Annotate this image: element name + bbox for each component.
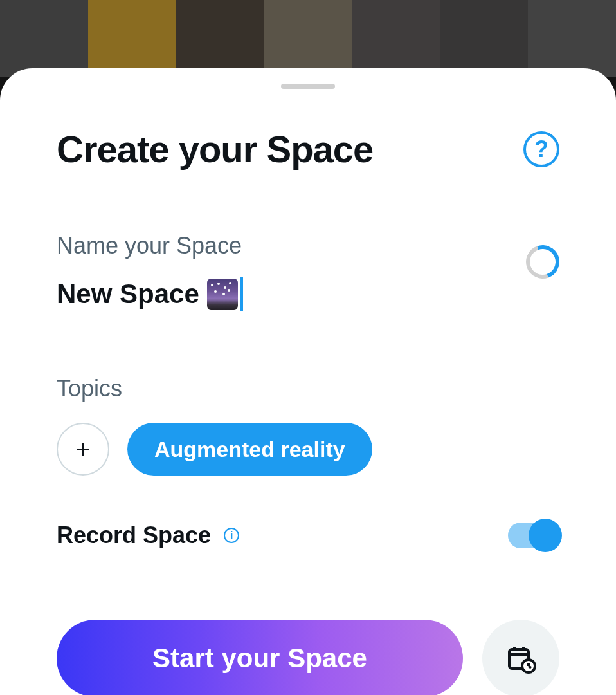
- start-space-button[interactable]: Start your Space: [57, 620, 463, 695]
- topic-chip[interactable]: Augmented reality: [127, 423, 372, 476]
- calendar-clock-icon: [505, 643, 536, 674]
- schedule-button[interactable]: [482, 620, 559, 695]
- record-space-toggle[interactable]: [508, 523, 559, 548]
- text-cursor: [240, 277, 243, 311]
- loading-spinner-icon: [520, 239, 565, 284]
- space-name-value: New Space: [57, 279, 199, 310]
- name-label: Name your Space: [57, 232, 526, 259]
- info-icon[interactable]: i: [224, 528, 239, 543]
- record-space-label: Record Space: [57, 522, 211, 549]
- space-name-input[interactable]: New Space: [57, 277, 526, 311]
- create-space-sheet: Create your Space ? Name your Space New …: [0, 68, 616, 695]
- svg-line-6: [529, 666, 531, 668]
- toggle-knob: [529, 519, 562, 552]
- sheet-drag-handle[interactable]: [281, 84, 335, 89]
- milky-way-emoji-icon: [207, 279, 238, 310]
- topics-label: Topics: [57, 375, 559, 402]
- page-title: Create your Space: [57, 127, 373, 171]
- topic-chip-label: Augmented reality: [154, 437, 345, 462]
- plus-icon: +: [75, 435, 90, 464]
- help-icon[interactable]: ?: [523, 131, 559, 167]
- add-topic-button[interactable]: +: [57, 423, 109, 476]
